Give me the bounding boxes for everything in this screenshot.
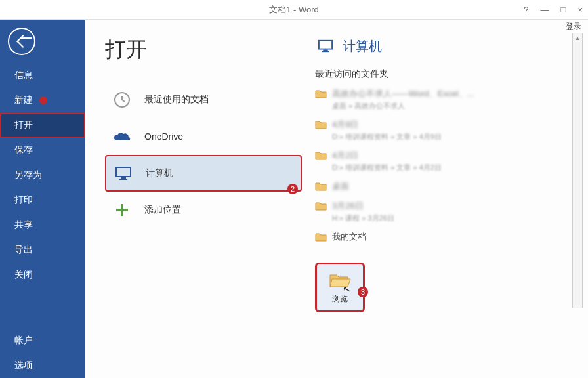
close-button[interactable]: ×	[578, 5, 583, 14]
folder-item[interactable]: 高效办公不求人——Word、Excel、...桌面 » 高效办公不求人	[315, 87, 568, 112]
sidebar-item-saveas[interactable]: 另存为	[0, 163, 85, 188]
svg-rect-5	[116, 209, 128, 211]
folder-icon	[315, 151, 327, 160]
sidebar-item-print[interactable]: 打印	[0, 188, 85, 213]
folder-icon	[315, 201, 327, 211]
window-controls: ? — □ ×	[524, 5, 583, 14]
folder-item[interactable]: 我的文档	[315, 230, 568, 244]
sidebar-item-account[interactable]: 帐户	[0, 328, 85, 353]
content-area: 打开 最近使用的文档 OneDrive 计算机 2	[85, 20, 588, 378]
folder-icon	[315, 232, 327, 242]
svg-rect-7	[323, 50, 327, 51]
sidebar-item-info[interactable]: 信息	[0, 63, 85, 88]
svg-rect-1	[116, 167, 131, 177]
sidebar-item-share[interactable]: 共享	[0, 213, 85, 238]
location-onedrive[interactable]: OneDrive	[105, 118, 302, 155]
location-recent[interactable]: 最近使用的文档	[105, 81, 302, 118]
locations-column: 打开 最近使用的文档 OneDrive 计算机 2	[85, 20, 308, 378]
minimize-button[interactable]: —	[541, 5, 549, 14]
sidebar-item-open[interactable]: 打开	[0, 113, 85, 138]
page-title: 打开	[105, 35, 302, 64]
recent-folder-list: 高效办公不求人——Word、Excel、...桌面 » 高效办公不求人 4月9日…	[315, 87, 568, 244]
annotation-badge-1	[39, 96, 47, 104]
titlebar: 文档1 - Word ? — □ ×	[0, 0, 588, 20]
browse-button[interactable]: 浏览 ↖ 3	[315, 262, 365, 312]
plus-icon	[112, 200, 133, 220]
details-title: 计算机	[343, 37, 382, 55]
back-arrow-icon	[16, 35, 30, 48]
folder-icon	[315, 182, 327, 191]
location-label: 最近使用的文档	[144, 94, 209, 106]
sidebar-item-close[interactable]: 关闭	[0, 262, 85, 287]
sidebar-item-options[interactable]: 选项	[0, 353, 85, 378]
back-button[interactable]	[8, 28, 35, 55]
computer-icon	[315, 35, 336, 56]
svg-rect-6	[319, 41, 332, 49]
details-column: 计算机 最近访问的文件夹 高效办公不求人——Word、Excel、...桌面 »…	[308, 20, 588, 378]
annotation-badge-3: 3	[358, 287, 368, 297]
svg-rect-2	[121, 177, 126, 178]
location-add[interactable]: 添加位置	[105, 192, 302, 228]
location-label: OneDrive	[144, 131, 183, 142]
location-label: 计算机	[146, 167, 173, 179]
folder-item[interactable]: 4月2日D:» 培训课程资料 » 文章 » 4月2日	[315, 148, 568, 174]
folder-item[interactable]: 3月26日H:» 课程 » 3月26日	[315, 199, 568, 224]
restore-button[interactable]: □	[561, 5, 566, 14]
sidebar-item-label: 新建	[14, 94, 33, 105]
sidebar-item-save[interactable]: 保存	[0, 138, 85, 163]
computer-icon	[113, 163, 134, 184]
folder-icon	[315, 89, 327, 98]
help-button[interactable]: ?	[524, 5, 528, 14]
folder-item[interactable]: 4月9日D:» 培训课程资料 » 文章 » 4月9日	[315, 117, 568, 143]
scrollbar[interactable]	[572, 33, 583, 308]
location-computer[interactable]: 计算机 2	[105, 155, 302, 192]
sidebar-item-export[interactable]: 导出	[0, 238, 85, 262]
recent-folders-label: 最近访问的文件夹	[315, 68, 568, 80]
scroll-up-icon[interactable]	[575, 36, 580, 41]
folder-icon	[315, 120, 327, 129]
details-header: 计算机	[315, 35, 568, 56]
cloud-icon	[112, 126, 133, 147]
folder-item[interactable]: 桌面	[315, 179, 568, 194]
main-area: 信息 新建 打开 保存 另存为 打印 共享 导出 关闭 帐户 选项 打开 最近使…	[0, 20, 588, 378]
backstage-sidebar: 信息 新建 打开 保存 另存为 打印 共享 导出 关闭 帐户 选项	[0, 20, 85, 378]
svg-rect-8	[322, 51, 329, 52]
sidebar-item-new[interactable]: 新建	[0, 88, 85, 113]
window-title: 文档1 - Word	[269, 4, 319, 16]
location-label: 添加位置	[144, 204, 181, 216]
svg-rect-3	[119, 178, 127, 180]
clock-icon	[112, 89, 133, 110]
